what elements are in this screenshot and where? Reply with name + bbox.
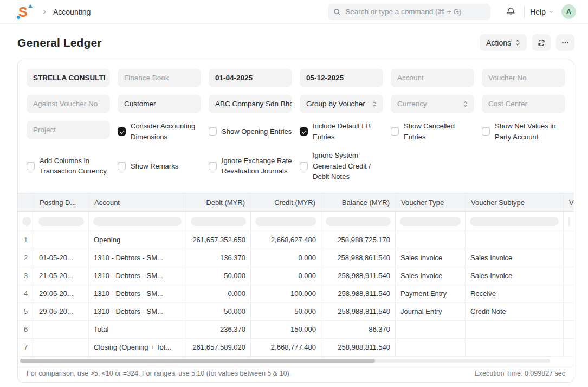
- actions-button[interactable]: Actions: [480, 34, 527, 51]
- cell-account[interactable]: 1310 - Debtors - SM...: [89, 303, 186, 320]
- cell-balance-myr[interactable]: 258,988,811.540: [321, 303, 396, 320]
- cell-posting-d[interactable]: [34, 321, 89, 338]
- cell-voucher-type[interactable]: Payment Entry: [396, 285, 466, 302]
- cell-voucher-type[interactable]: [396, 339, 466, 356]
- cell-voucher-subtype[interactable]: Credit Note: [466, 303, 564, 320]
- cell-voucher-type[interactable]: [396, 321, 466, 338]
- cell-v[interactable]: [564, 249, 574, 267]
- cell-v[interactable]: [564, 321, 574, 338]
- column-filter-input[interactable]: [191, 217, 246, 226]
- column-header-account[interactable]: Account: [89, 194, 186, 211]
- scrollbar-track[interactable]: [20, 359, 550, 363]
- column-header-row-number[interactable]: [18, 194, 34, 211]
- cell-voucher-subtype[interactable]: [466, 321, 564, 338]
- cell-posting-d[interactable]: 29-05-20...: [34, 303, 89, 320]
- cell-balance-myr[interactable]: 258,988,725.170: [321, 231, 396, 249]
- cell-debit-myr[interactable]: 50.000: [186, 267, 251, 285]
- voucher-no-filter[interactable]: [482, 69, 565, 87]
- cell-account[interactable]: Closing (Opening + Tot...: [89, 339, 186, 356]
- from-date-filter[interactable]: 01-04-2025: [209, 69, 292, 87]
- checkbox-include-default-fb-entries[interactable]: Include Default FB Entries: [300, 121, 383, 142]
- column-filter-input[interactable]: [38, 217, 84, 226]
- cell-voucher-subtype[interactable]: Sales Invoice: [466, 249, 564, 267]
- cell-account[interactable]: 1310 - Debtors - SM...: [89, 285, 186, 302]
- project-filter[interactable]: [27, 121, 110, 139]
- help-menu[interactable]: Help: [530, 8, 554, 16]
- column-filter-input[interactable]: [470, 217, 559, 226]
- cell-voucher-type[interactable]: Journal Entry: [396, 303, 466, 320]
- account-filter[interactable]: [391, 69, 474, 87]
- cell-balance-myr[interactable]: 258,988,811.540: [321, 285, 396, 302]
- cell-credit-myr[interactable]: 0.000: [251, 249, 321, 267]
- cell-credit-myr[interactable]: 50.000: [251, 303, 321, 320]
- search-input[interactable]: [345, 8, 485, 16]
- cost-center-filter[interactable]: [482, 95, 565, 113]
- cell-balance-myr[interactable]: 86.370: [321, 321, 396, 338]
- column-header-credit-myr[interactable]: Credit (MYR): [251, 194, 321, 211]
- cell-voucher-subtype[interactable]: [466, 339, 564, 356]
- finance-book-filter[interactable]: [118, 69, 201, 87]
- cell-account[interactable]: Opening: [89, 231, 186, 249]
- column-header-balance-myr[interactable]: Balance (MYR): [321, 194, 396, 211]
- cell-v[interactable]: [564, 303, 574, 320]
- to-date-filter[interactable]: 05-12-2025: [300, 69, 383, 87]
- cell-posting-d[interactable]: [34, 231, 89, 249]
- cell-account[interactable]: 1310 - Debtors - SM...: [89, 249, 186, 267]
- cell-posting-d[interactable]: 21-05-20...: [34, 267, 89, 285]
- column-header-posting-d[interactable]: Posting D...: [34, 194, 89, 211]
- cell-credit-myr[interactable]: 2,668,777.480: [251, 339, 321, 356]
- scrollbar-thumb[interactable]: [20, 359, 375, 363]
- cell-voucher-type[interactable]: [396, 231, 466, 249]
- checkbox-show-opening-entries[interactable]: Show Opening Entries: [209, 121, 292, 142]
- cell-voucher-subtype[interactable]: [466, 231, 564, 249]
- company-filter[interactable]: STRELLA CONSULTI: [27, 69, 110, 87]
- cell-v[interactable]: [564, 231, 574, 249]
- column-filter-input[interactable]: [568, 217, 570, 226]
- party-type-filter[interactable]: Customer: [118, 95, 201, 113]
- cell-v[interactable]: [564, 267, 574, 285]
- column-header-debit-myr[interactable]: Debit (MYR): [186, 194, 251, 211]
- checkbox-add-columns-in-transaction-currency[interactable]: Add Columns in Transaction Currency: [27, 150, 110, 182]
- group-by-select[interactable]: Group by Voucher: [300, 95, 383, 113]
- global-search[interactable]: [328, 4, 490, 20]
- cell-voucher-subtype[interactable]: Sales Invoice: [466, 267, 564, 285]
- notifications-button[interactable]: [502, 4, 519, 20]
- cell-posting-d[interactable]: [34, 339, 89, 356]
- column-header-v[interactable]: V: [564, 194, 574, 211]
- column-filter-input[interactable]: [255, 217, 316, 226]
- checkbox-show-net-values-in-party-account[interactable]: Show Net Values in Party Account: [482, 121, 565, 142]
- cell-v[interactable]: [564, 339, 574, 356]
- app-logo-icon[interactable]: S: [18, 4, 31, 20]
- cell-debit-myr[interactable]: 236.370: [186, 321, 251, 338]
- cell-credit-myr[interactable]: 150.000: [251, 321, 321, 338]
- cell-credit-myr[interactable]: 2,668,627.480: [251, 231, 321, 249]
- party-filter[interactable]: ABC Company Sdn Bhd: [209, 95, 292, 113]
- cell-credit-myr[interactable]: 0.000: [251, 267, 321, 285]
- more-menu-button[interactable]: [556, 34, 574, 51]
- cell-debit-myr[interactable]: 261,657,589.020: [186, 339, 251, 356]
- cell-debit-myr[interactable]: 0.000: [186, 285, 251, 302]
- column-filter-input[interactable]: [93, 217, 182, 226]
- cell-voucher-type[interactable]: Sales Invoice: [396, 267, 466, 285]
- cell-account[interactable]: Total: [89, 321, 186, 338]
- column-filter-input[interactable]: [400, 217, 461, 226]
- cell-voucher-type[interactable]: Sales Invoice: [396, 249, 466, 267]
- cell-credit-myr[interactable]: 100.000: [251, 285, 321, 302]
- column-filter-input[interactable]: [22, 217, 31, 226]
- breadcrumb[interactable]: Accounting: [53, 8, 91, 16]
- cell-debit-myr[interactable]: 50.000: [186, 303, 251, 320]
- column-filter-input[interactable]: [326, 217, 391, 226]
- checkbox-ignore-system-generated-credit-debit-notes[interactable]: Ignore System Generated Credit / Debit N…: [300, 150, 383, 182]
- cell-balance-myr[interactable]: 258,988,811.540: [321, 339, 396, 356]
- refresh-button[interactable]: [532, 34, 551, 51]
- avatar[interactable]: A: [561, 4, 576, 19]
- cell-v[interactable]: [564, 285, 574, 302]
- cell-balance-myr[interactable]: 258,988,861.540: [321, 249, 396, 267]
- checkbox-show-remarks[interactable]: Show Remarks: [118, 150, 201, 182]
- cell-posting-d[interactable]: 29-05-20...: [34, 285, 89, 302]
- currency-select[interactable]: Currency: [391, 95, 474, 113]
- checkbox-show-cancelled-entries[interactable]: Show Cancelled Entries: [391, 121, 474, 142]
- cell-account[interactable]: 1310 - Debtors - SM...: [89, 267, 186, 285]
- cell-balance-myr[interactable]: 258,988,911.540: [321, 267, 396, 285]
- column-header-voucher-type[interactable]: Voucher Type: [396, 194, 466, 211]
